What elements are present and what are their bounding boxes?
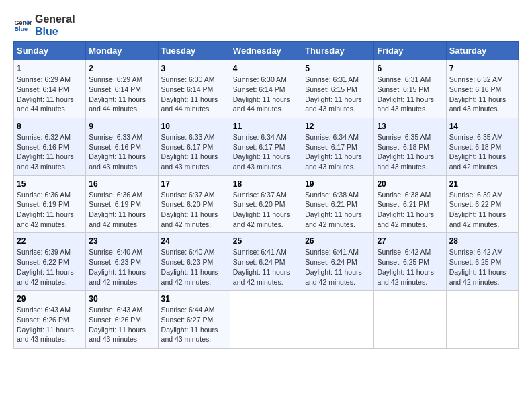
day-cell: 6Sunrise: 6:31 AMSunset: 6:15 PMDaylight… [374,60,446,118]
col-header-saturday: Saturday [446,42,518,60]
page-header: General Blue General Blue [13,13,519,37]
day-info: Sunrise: 6:41 AMSunset: 6:24 PMDaylight:… [305,247,371,287]
day-cell: 16Sunrise: 6:36 AMSunset: 6:19 PMDayligh… [86,175,158,233]
day-info: Sunrise: 6:40 AMSunset: 6:23 PMDaylight:… [161,247,227,287]
day-info: Sunrise: 6:38 AMSunset: 6:21 PMDaylight:… [305,190,371,230]
day-info: Sunrise: 6:31 AMSunset: 6:15 PMDaylight:… [305,75,371,114]
day-number: 9 [89,122,154,131]
col-header-thursday: Thursday [302,42,374,60]
day-info: Sunrise: 6:41 AMSunset: 6:24 PMDaylight:… [233,247,299,287]
day-cell: 14Sunrise: 6:35 AMSunset: 6:18 PMDayligh… [446,118,518,175]
day-info: Sunrise: 6:44 AMSunset: 6:27 PMDaylight:… [161,305,227,345]
col-header-monday: Monday [86,42,158,60]
logo-icon: General Blue [13,16,32,35]
day-cell: 7Sunrise: 6:32 AMSunset: 6:16 PMDaylight… [446,60,518,118]
day-number: 7 [449,64,515,73]
day-number: 25 [233,236,299,246]
calendar-table: SundayMondayTuesdayWednesdayThursdayFrid… [13,41,519,349]
day-cell: 23Sunrise: 6:40 AMSunset: 6:23 PMDayligh… [86,233,158,291]
col-header-wednesday: Wednesday [230,42,302,60]
week-row-3: 15Sunrise: 6:36 AMSunset: 6:19 PMDayligh… [14,175,519,233]
day-info: Sunrise: 6:36 AMSunset: 6:19 PMDaylight:… [89,190,154,230]
day-number: 10 [161,122,227,131]
day-info: Sunrise: 6:43 AMSunset: 6:26 PMDaylight:… [17,305,83,345]
day-number: 31 [161,294,227,304]
day-cell: 5Sunrise: 6:31 AMSunset: 6:15 PMDaylight… [302,60,374,118]
day-cell: 15Sunrise: 6:36 AMSunset: 6:19 PMDayligh… [14,175,86,233]
day-number: 16 [89,179,154,189]
day-cell: 12Sunrise: 6:34 AMSunset: 6:17 PMDayligh… [302,118,374,175]
day-number: 30 [89,294,154,304]
day-cell: 21Sunrise: 6:39 AMSunset: 6:22 PMDayligh… [446,175,518,233]
col-header-tuesday: Tuesday [158,42,230,60]
day-number: 17 [161,179,227,189]
day-cell: 17Sunrise: 6:37 AMSunset: 6:20 PMDayligh… [158,175,230,233]
day-info: Sunrise: 6:29 AMSunset: 6:14 PMDaylight:… [89,75,154,114]
day-info: Sunrise: 6:42 AMSunset: 6:25 PMDaylight:… [449,247,515,287]
day-cell: 29Sunrise: 6:43 AMSunset: 6:26 PMDayligh… [14,291,86,349]
day-cell: 3Sunrise: 6:30 AMSunset: 6:14 PMDaylight… [158,60,230,118]
day-info: Sunrise: 6:34 AMSunset: 6:17 PMDaylight:… [233,132,299,172]
logo: General Blue General Blue [13,13,75,37]
day-cell: 4Sunrise: 6:30 AMSunset: 6:14 PMDaylight… [230,60,302,118]
day-info: Sunrise: 6:36 AMSunset: 6:19 PMDaylight:… [17,190,83,230]
day-info: Sunrise: 6:37 AMSunset: 6:20 PMDaylight:… [233,190,299,230]
day-info: Sunrise: 6:31 AMSunset: 6:15 PMDaylight:… [377,75,443,114]
day-number: 2 [89,64,154,73]
day-info: Sunrise: 6:33 AMSunset: 6:17 PMDaylight:… [161,132,227,172]
day-number: 5 [305,64,371,73]
week-row-5: 29Sunrise: 6:43 AMSunset: 6:26 PMDayligh… [14,291,519,349]
day-number: 27 [377,236,443,246]
day-info: Sunrise: 6:42 AMSunset: 6:25 PMDaylight:… [377,247,443,287]
day-info: Sunrise: 6:32 AMSunset: 6:16 PMDaylight:… [449,75,515,114]
day-cell: 26Sunrise: 6:41 AMSunset: 6:24 PMDayligh… [302,233,374,291]
calendar-body: 1Sunrise: 6:29 AMSunset: 6:14 PMDaylight… [14,60,519,349]
day-cell: 28Sunrise: 6:42 AMSunset: 6:25 PMDayligh… [446,233,518,291]
day-number: 23 [89,236,154,246]
day-number: 6 [377,64,443,73]
day-cell: 22Sunrise: 6:39 AMSunset: 6:22 PMDayligh… [14,233,86,291]
week-row-4: 22Sunrise: 6:39 AMSunset: 6:22 PMDayligh… [14,233,519,291]
col-header-friday: Friday [374,42,446,60]
day-cell: 24Sunrise: 6:40 AMSunset: 6:23 PMDayligh… [158,233,230,291]
day-cell: 11Sunrise: 6:34 AMSunset: 6:17 PMDayligh… [230,118,302,175]
logo-general: General [35,13,75,26]
day-cell: 1Sunrise: 6:29 AMSunset: 6:14 PMDaylight… [14,60,86,118]
day-cell: 8Sunrise: 6:32 AMSunset: 6:16 PMDaylight… [14,118,86,175]
day-info: Sunrise: 6:35 AMSunset: 6:18 PMDaylight:… [449,132,515,172]
day-cell: 18Sunrise: 6:37 AMSunset: 6:20 PMDayligh… [230,175,302,233]
day-number: 11 [233,122,299,131]
day-number: 13 [377,122,443,131]
day-cell: 19Sunrise: 6:38 AMSunset: 6:21 PMDayligh… [302,175,374,233]
day-number: 20 [377,179,443,189]
day-cell: 10Sunrise: 6:33 AMSunset: 6:17 PMDayligh… [158,118,230,175]
day-info: Sunrise: 6:32 AMSunset: 6:16 PMDaylight:… [17,132,83,172]
logo-blue: Blue [35,26,75,38]
day-info: Sunrise: 6:30 AMSunset: 6:14 PMDaylight:… [161,75,227,114]
day-info: Sunrise: 6:43 AMSunset: 6:26 PMDaylight:… [89,305,154,345]
day-number: 24 [161,236,227,246]
day-number: 3 [161,64,227,73]
day-info: Sunrise: 6:33 AMSunset: 6:16 PMDaylight:… [89,132,154,172]
day-cell [446,291,518,349]
day-info: Sunrise: 6:30 AMSunset: 6:14 PMDaylight:… [233,75,299,114]
day-cell: 13Sunrise: 6:35 AMSunset: 6:18 PMDayligh… [374,118,446,175]
day-cell: 30Sunrise: 6:43 AMSunset: 6:26 PMDayligh… [86,291,158,349]
week-row-1: 1Sunrise: 6:29 AMSunset: 6:14 PMDaylight… [14,60,519,118]
day-cell: 27Sunrise: 6:42 AMSunset: 6:25 PMDayligh… [374,233,446,291]
day-info: Sunrise: 6:29 AMSunset: 6:14 PMDaylight:… [17,75,83,114]
svg-text:Blue: Blue [14,26,28,32]
day-cell [374,291,446,349]
day-info: Sunrise: 6:39 AMSunset: 6:22 PMDaylight:… [17,247,83,287]
day-info: Sunrise: 6:34 AMSunset: 6:17 PMDaylight:… [305,132,371,172]
day-info: Sunrise: 6:37 AMSunset: 6:20 PMDaylight:… [161,190,227,230]
day-number: 4 [233,64,299,73]
day-number: 15 [17,179,83,189]
day-number: 22 [17,236,83,246]
day-number: 8 [17,122,83,131]
day-number: 12 [305,122,371,131]
day-cell: 20Sunrise: 6:38 AMSunset: 6:21 PMDayligh… [374,175,446,233]
day-number: 21 [449,179,515,189]
day-info: Sunrise: 6:39 AMSunset: 6:22 PMDaylight:… [449,190,515,230]
day-number: 28 [449,236,515,246]
